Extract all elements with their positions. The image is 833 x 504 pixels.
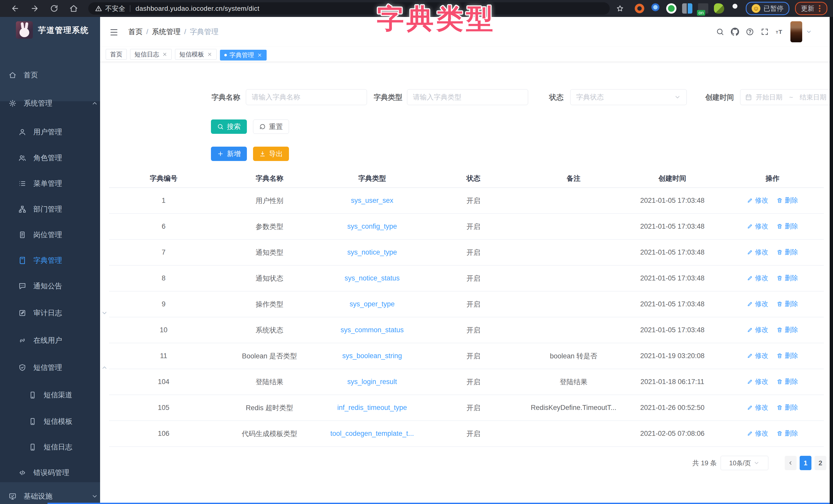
extension-paused-pill[interactable]: ☺ 已暂停 — [746, 2, 789, 15]
sidebar-item-user-2[interactable]: 用户管理 — [0, 119, 119, 145]
dict-name-input[interactable] — [246, 89, 367, 105]
edit-link[interactable]: 修改 — [747, 222, 768, 231]
dict-type-link[interactable]: sys_notice_status — [344, 274, 400, 282]
status-select[interactable]: 字典状态 — [570, 89, 687, 105]
tab-短信模板[interactable]: 短信模板 — [175, 49, 217, 60]
dict-type-link[interactable]: sys_login_result — [347, 378, 397, 385]
dict-type-link[interactable]: sys_oper_type — [350, 300, 395, 308]
browser-forward-icon[interactable] — [30, 4, 39, 13]
close-icon[interactable] — [162, 52, 167, 57]
delete-link-label: 删除 — [785, 377, 798, 386]
chevron-down-icon — [674, 94, 681, 100]
gear-icon — [9, 99, 17, 107]
sidebar-item-book-7[interactable]: 字典管理 — [0, 248, 119, 273]
browser-home-icon[interactable] — [69, 4, 78, 13]
extension-leaf-icon[interactable] — [714, 3, 724, 14]
fullscreen-icon[interactable] — [761, 28, 769, 36]
extension-lamp-icon[interactable] — [650, 3, 661, 14]
bookmark-star-icon[interactable] — [616, 4, 624, 12]
delete-link[interactable]: 删除 — [777, 429, 798, 438]
edit-link[interactable]: 修改 — [747, 429, 768, 438]
extension-green-icon[interactable] — [666, 3, 676, 14]
dict-type-link: sys_boolean_string — [321, 352, 423, 360]
edit-link[interactable]: 修改 — [747, 248, 768, 257]
sidebar-item-badge-6[interactable]: 岗位管理 — [0, 222, 119, 248]
edit-link[interactable]: 修改 — [747, 325, 768, 334]
delete-link[interactable]: 删除 — [777, 377, 798, 386]
close-icon[interactable] — [257, 53, 262, 58]
help-icon[interactable] — [746, 28, 754, 36]
address-bar[interactable]: 不安全 dashboard.yudao.iocoder.cn/system/di… — [88, 2, 610, 15]
reset-button[interactable]: 重置 — [253, 120, 289, 134]
dict-type-input[interactable] — [407, 89, 528, 105]
page-size-select[interactable]: 10条/页 — [721, 456, 768, 470]
sidebar-item-shield-11[interactable]: 短信管理 — [0, 355, 119, 380]
edit-link[interactable]: 修改 — [747, 299, 768, 308]
tab-短信日志[interactable]: 短信日志 — [130, 49, 172, 60]
breadcrumb-item[interactable]: 首页 — [128, 27, 143, 37]
delete-link[interactable]: 删除 — [777, 248, 798, 257]
prev-page-button[interactable] — [785, 456, 796, 470]
delete-link[interactable]: 删除 — [777, 325, 798, 334]
dict-type-link[interactable]: inf_redis_timeout_type — [337, 404, 407, 411]
delete-link[interactable]: 删除 — [777, 351, 798, 360]
close-icon[interactable] — [207, 52, 212, 57]
dict-type-link[interactable]: sys_user_sex — [351, 197, 393, 204]
page-number-1[interactable]: 1 — [800, 456, 811, 470]
sidebar-item-code-15[interactable]: 错误码管理 — [0, 460, 119, 485]
sidebar-item-home-0[interactable]: 首页 — [0, 62, 109, 88]
dict-type-link[interactable]: sys_config_type — [347, 223, 397, 230]
edit-link[interactable]: 修改 — [747, 196, 768, 205]
sidebar-item-label: 字典管理 — [33, 256, 62, 265]
extension-grid-icon[interactable] — [682, 3, 692, 14]
extension-orange-icon[interactable] — [634, 3, 645, 14]
sidebar-item-users-3[interactable]: 角色管理 — [0, 145, 119, 171]
dict-type-link[interactable]: sys_common_status — [340, 326, 404, 334]
sidebar-item-org-tree-5[interactable]: 部门管理 — [0, 196, 119, 222]
github-icon[interactable] — [731, 28, 739, 36]
sidebar-item-menu-list-4[interactable]: 菜单管理 — [0, 171, 119, 196]
sidebar-item-edit-log-9[interactable]: 审计日志 — [0, 300, 119, 326]
dict-type-link[interactable]: tool_codegen_template_t... — [330, 430, 414, 437]
delete-link[interactable]: 删除 — [777, 222, 798, 231]
extension-switch-icon[interactable]: on — [698, 3, 708, 14]
delete-link[interactable]: 删除 — [777, 299, 798, 308]
sidebar-logo[interactable]: 芋道管理系统 — [0, 17, 100, 48]
search-button[interactable]: 搜索 — [211, 120, 247, 134]
user-avatar[interactable] — [790, 21, 802, 42]
sidebar-item-chat-8[interactable]: 通知公告 — [0, 273, 119, 299]
create-time-range-picker[interactable]: 开始日期 ~ 结束日期 — [740, 89, 833, 105]
page-number-2[interactable]: 2 — [814, 456, 826, 470]
sidebar-item-gear-1[interactable]: 系统管理 — [0, 91, 109, 116]
edit-link[interactable]: 修改 — [747, 351, 768, 360]
created-time-cell: 2021-01-05 17:03:48 — [624, 326, 721, 334]
browser-update-button[interactable]: 更新 — [795, 2, 827, 15]
edit-link[interactable]: 修改 — [747, 274, 768, 282]
edit-link[interactable]: 修改 — [747, 377, 768, 386]
hamburger-icon[interactable] — [109, 28, 119, 37]
dict-type-link[interactable]: sys_notice_type — [347, 248, 397, 256]
dict-type-link[interactable]: sys_boolean_string — [342, 352, 402, 360]
avatar-caret-down-icon[interactable] — [806, 29, 812, 35]
breadcrumb-item[interactable]: 系统管理 — [152, 27, 181, 37]
browser-menu-dots-icon[interactable] — [819, 5, 820, 7]
delete-link[interactable]: 删除 — [777, 196, 798, 205]
tab-首页[interactable]: 首页 — [106, 49, 127, 60]
tab-字典管理[interactable]: 字典管理 — [220, 50, 267, 60]
sidebar-item-phone-12[interactable]: 短信渠道 — [0, 382, 129, 408]
export-button[interactable]: 导出 — [253, 147, 289, 161]
add-button[interactable]: 新增 — [211, 147, 247, 161]
edit-link[interactable]: 修改 — [747, 403, 768, 412]
delete-link[interactable]: 删除 — [777, 403, 798, 412]
search-icon[interactable] — [716, 28, 724, 36]
sidebar-item-link-10[interactable]: 在线用户 — [0, 328, 119, 353]
extension-person-icon[interactable] — [730, 3, 740, 14]
browser-back-icon[interactable] — [11, 4, 20, 13]
delete-link[interactable]: 删除 — [777, 274, 798, 282]
sidebar-item-monitor-16[interactable]: 基础设施 — [0, 483, 109, 504]
sidebar-item-phone-13[interactable]: 短信模板 — [0, 409, 129, 434]
update-label: 更新 — [801, 4, 814, 13]
font-size-icon[interactable]: TT — [776, 28, 784, 36]
sidebar-item-phone-14[interactable]: 短信日志 — [0, 434, 129, 460]
browser-reload-icon[interactable] — [50, 4, 58, 13]
